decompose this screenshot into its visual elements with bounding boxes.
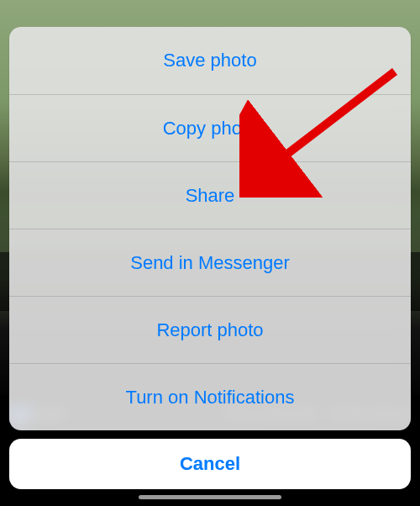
share-label: Share	[186, 185, 235, 207]
report-photo-button[interactable]: Report photo	[9, 296, 411, 363]
action-sheet-container: Save photo Copy photo Share Send in Mess…	[9, 0, 411, 489]
report-photo-label: Report photo	[156, 319, 263, 341]
turn-on-notifications-button[interactable]: Turn on Notifications	[9, 363, 411, 430]
turn-on-notifications-label: Turn on Notifications	[126, 387, 295, 408]
share-button[interactable]: Share	[9, 161, 411, 229]
save-photo-label: Save photo	[163, 50, 256, 71]
cancel-button[interactable]: Cancel	[9, 439, 411, 489]
copy-photo-label: Copy photo	[163, 118, 258, 140]
copy-photo-button[interactable]: Copy photo	[9, 94, 411, 161]
send-in-messenger-label: Send in Messenger	[130, 252, 290, 274]
cancel-label: Cancel	[180, 453, 240, 475]
home-indicator	[139, 495, 281, 499]
save-photo-button[interactable]: Save photo	[9, 27, 411, 94]
send-in-messenger-button[interactable]: Send in Messenger	[9, 229, 411, 296]
action-sheet: Save photo Copy photo Share Send in Mess…	[9, 27, 411, 430]
